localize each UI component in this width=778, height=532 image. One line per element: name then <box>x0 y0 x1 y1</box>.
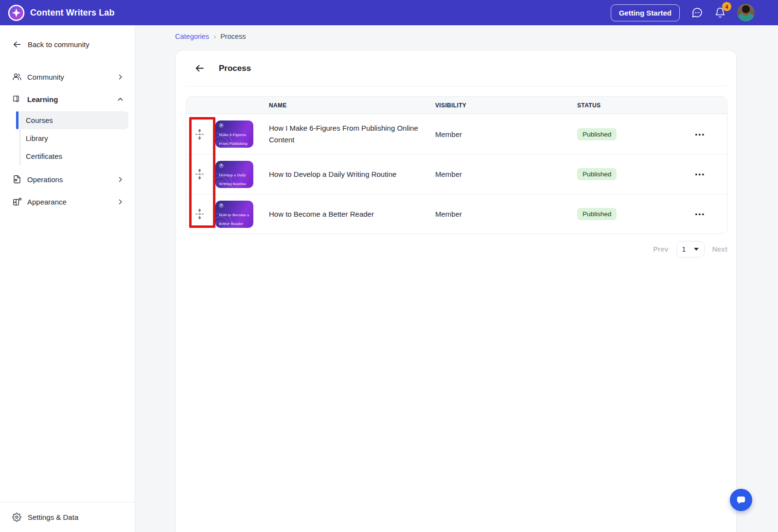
sidebar-item-learning[interactable]: Learning <box>0 88 135 110</box>
topbar-actions: Getting Started 4 <box>611 4 768 21</box>
appearance-icon <box>12 197 22 206</box>
next-page-button[interactable]: Next <box>712 245 727 253</box>
notifications-button[interactable]: 4 <box>714 6 726 19</box>
row-menu-button[interactable]: ••• <box>695 131 705 138</box>
operations-icon <box>12 174 22 184</box>
gear-icon <box>12 513 21 522</box>
drag-handle[interactable] <box>186 208 212 220</box>
getting-started-button[interactable]: Getting Started <box>611 4 680 21</box>
column-header-status: STATUS <box>577 102 673 109</box>
arrow-left-icon <box>194 63 205 73</box>
course-thumbnail[interactable]: ✦ Develop a Daily Writing Routine <box>212 161 269 188</box>
breadcrumb: Categories › Process <box>175 32 246 40</box>
thumbnail-caption: How to Become a Better Reader <box>219 213 249 226</box>
drag-move-icon <box>195 129 204 140</box>
chevron-right-icon <box>117 198 124 206</box>
brand-logo-icon <box>8 4 25 21</box>
course-visibility: Member <box>435 170 577 178</box>
breadcrumb-separator: › <box>213 32 216 40</box>
settings-data-label: Settings & Data <box>28 513 78 521</box>
brand[interactable]: Content Writers Lab <box>8 4 115 21</box>
messages-button[interactable] <box>690 6 703 19</box>
course-name[interactable]: How to Develop a Daily Writing Routine <box>269 169 435 180</box>
course-name[interactable]: How I Make 6-Figures From Publishing Onl… <box>269 122 435 146</box>
sidebar-item-community[interactable]: Community <box>0 66 135 88</box>
column-header-name: NAME <box>269 102 435 109</box>
sidebar-item-label: Certificates <box>26 152 62 160</box>
column-header-visibility: VISIBILITY <box>435 102 577 109</box>
course-visibility: Member <box>435 130 577 138</box>
sidebar-item-label: Courses <box>26 116 53 124</box>
sidebar-item-label: Library <box>26 134 48 142</box>
category-card: Process NAME VISIBILITY STATUS <box>175 50 737 532</box>
prev-page-button[interactable]: Prev <box>653 245 668 253</box>
table-row: ✦ Make 6-Figures From Publishing Online … <box>186 114 727 154</box>
main-content: Categories › Process Process NAME VISIBI… <box>135 25 778 532</box>
learning-book-icon <box>12 94 22 104</box>
row-menu-button[interactable]: ••• <box>695 171 705 178</box>
sparkle-icon: ✦ <box>219 203 224 208</box>
back-to-community-link[interactable]: Back to community <box>0 40 135 49</box>
settings-data-link[interactable]: Settings & Data <box>0 502 135 532</box>
sidebar-nav: Community Learning Courses Library <box>0 66 135 213</box>
sidebar-item-certificates[interactable]: Certificates <box>16 147 128 165</box>
course-thumbnail[interactable]: ✦ Make 6-Figures From Publishing Online … <box>212 120 269 148</box>
sidebar-item-appearance[interactable]: Appearance <box>0 190 135 213</box>
breadcrumb-categories-link[interactable]: Categories <box>175 33 209 40</box>
user-avatar[interactable] <box>737 4 755 21</box>
sidebar-item-operations[interactable]: Operations <box>0 168 135 190</box>
sidebar-item-library[interactable]: Library <box>16 129 128 147</box>
top-bar: Content Writers Lab Getting Started 4 <box>0 0 778 25</box>
chat-bubble-icon <box>735 494 747 506</box>
sparkle-icon: ✦ <box>219 123 224 128</box>
course-visibility: Member <box>435 210 577 218</box>
caret-down-icon <box>694 248 699 251</box>
notification-count-badge: 4 <box>722 2 731 11</box>
table-row: ✦ How to Become a Better Reader How to B… <box>186 194 727 234</box>
courses-table: NAME VISIBILITY STATUS ✦ Make <box>186 96 727 234</box>
admin-sidebar: Back to community Community Learning <box>0 25 135 532</box>
sidebar-item-courses[interactable]: Courses <box>16 111 128 129</box>
community-icon <box>12 72 22 82</box>
card-header: Process <box>185 51 727 86</box>
sidebar-item-label: Operations <box>27 175 63 184</box>
drag-move-icon <box>195 169 204 180</box>
chevron-up-icon <box>117 96 124 103</box>
page-title: Process <box>219 64 251 73</box>
sidebar-item-label: Community <box>27 73 64 81</box>
course-thumbnail[interactable]: ✦ How to Become a Better Reader <box>212 201 269 228</box>
table-header: NAME VISIBILITY STATUS <box>186 97 727 114</box>
sparkle-icon: ✦ <box>219 163 224 168</box>
course-name[interactable]: How to Become a Better Reader <box>269 208 435 220</box>
drag-move-icon <box>195 208 204 220</box>
chat-launcher-button[interactable] <box>730 489 752 511</box>
back-to-community-label: Back to community <box>28 40 89 49</box>
thumbnail-caption: Develop a Daily Writing Routine <box>219 173 246 186</box>
breadcrumb-current: Process <box>220 33 246 40</box>
chevron-right-icon <box>117 73 124 81</box>
status-badge: Published <box>577 208 617 220</box>
status-badge: Published <box>577 128 617 140</box>
row-menu-button[interactable]: ••• <box>695 210 705 218</box>
learning-sublist: Courses Library Certificates <box>0 110 135 168</box>
brand-title: Content Writers Lab <box>30 8 115 18</box>
sidebar-item-label: Appearance <box>27 198 67 206</box>
table-row: ✦ Develop a Daily Writing Routine How to… <box>186 154 727 194</box>
pagination: Prev 1 Next <box>176 241 727 257</box>
drag-handle[interactable] <box>186 169 212 180</box>
thumbnail-caption: Make 6-Figures From Publishing Online Co… <box>219 133 248 148</box>
sidebar-item-label: Learning <box>27 95 58 103</box>
chat-bubble-icon <box>691 7 703 19</box>
current-page-value: 1 <box>682 245 686 253</box>
chevron-right-icon <box>117 176 124 183</box>
back-button[interactable] <box>194 63 205 73</box>
drag-handle[interactable] <box>186 129 212 140</box>
page-select[interactable]: 1 <box>676 241 705 257</box>
status-badge: Published <box>577 168 617 180</box>
arrow-left-icon <box>13 40 22 49</box>
